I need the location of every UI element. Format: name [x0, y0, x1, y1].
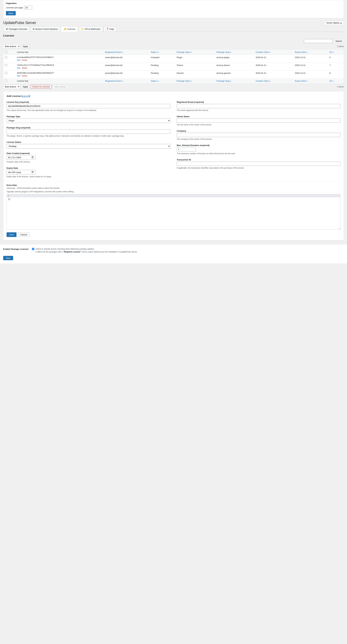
row-package-type-0: Plugin — [175, 55, 215, 63]
col-package-type[interactable]: Package Type — [175, 50, 215, 55]
col-package-slug-footer[interactable]: Package Slug — [215, 78, 254, 84]
col-creation-date[interactable]: Creation Date — [254, 50, 293, 55]
edit-link-0[interactable]: Edit — [17, 59, 20, 61]
input-package-slug[interactable] — [6, 130, 170, 134]
col-email[interactable]: Registered Email — [103, 50, 149, 55]
code-editor-header: 1 — [7, 194, 340, 197]
tab-api[interactable]: ⚡ API & Webhooks — [78, 26, 103, 32]
row-checkbox-1 — [3, 63, 15, 70]
table-row: f4e91cb12c7f375de66a772aaf0810c8 Edit|De… — [3, 63, 344, 70]
input-company[interactable] — [177, 133, 341, 137]
edit-link-2[interactable]: Edit — [17, 75, 20, 77]
extra-data-desc1: Advanced - JSON-formatted custom data to… — [6, 187, 341, 189]
label-max-domains: Max. Allowed Domains (required) — [177, 143, 341, 146]
col-id-footer[interactable]: ID — [328, 78, 344, 84]
tab-vcs[interactable]: ⑆ Version Control Systems — [30, 26, 60, 32]
add-license-button: Add License — [53, 85, 68, 88]
enable-label: Enable Package Licenses — [3, 248, 29, 250]
help-package-slug: The plugin, theme, or generic package sl… — [6, 134, 170, 138]
field-owner-name: Owner Name The full name of the owner of… — [177, 114, 341, 126]
input-registered-email[interactable] — [177, 104, 341, 108]
label-license-status: License Status — [6, 140, 170, 143]
enable-desc2-suffix: license status delivered by this install… — [81, 251, 137, 253]
col-expiry-date[interactable]: Expiry Date — [293, 50, 328, 55]
bulk-apply-top-button[interactable]: Apply — [21, 44, 30, 48]
table-footer-row: License Key Registered Email Status Pack… — [3, 78, 344, 84]
input-expiry-date[interactable] — [6, 170, 35, 174]
field-license-status: License Status Pending Activated Deactiv… — [6, 140, 170, 148]
input-license-key[interactable] — [6, 104, 170, 108]
bulk-apply-bottom-button[interactable]: Apply — [21, 85, 30, 88]
extra-data-title: Extra Data — [6, 184, 341, 186]
input-date-created[interactable] — [6, 155, 35, 160]
extra-data-section: Extra Data Advanced - JSON-formatted cus… — [6, 182, 341, 230]
label-owner-name: Owner Name — [177, 114, 341, 118]
row-license-key-2: 9de0190e132a4e40c904e2502584eb77 Edit|De… — [15, 70, 103, 78]
row-package-type-2: Generic — [175, 70, 215, 78]
extra-data-desc2: Typically used by plugins & API integrat… — [6, 190, 341, 193]
edit-link-1[interactable]: Edit — [17, 67, 20, 69]
pagination-apply-button[interactable]: Apply — [6, 11, 16, 15]
row-license-key-1: f4e91cb12c7f375de66a772aaf0810c8 Edit|De… — [15, 63, 103, 70]
row-select-2[interactable] — [5, 72, 7, 74]
search-button[interactable]: Search — [334, 39, 344, 43]
select-license-status[interactable]: Pending Activated Deactivated Blocked — [6, 144, 170, 148]
input-owner-name[interactable] — [177, 118, 341, 123]
enable-row: Enable Package Licenses Check to activat… — [3, 248, 344, 253]
input-transaction-id[interactable] — [177, 162, 341, 166]
col-expiry-date-footer[interactable]: Expiry Date — [293, 78, 328, 84]
cancel-link[interactable]: cancel — [22, 95, 29, 97]
label-package-type: Package Type — [6, 114, 170, 118]
delete-link-2[interactable]: Delete — [22, 75, 27, 77]
field-registered-email: Registered Email (required) The email re… — [177, 100, 341, 112]
tab-help[interactable]: ❓ Help — [103, 26, 117, 32]
bulk-actions-select-bottom[interactable]: Bulk actions Delete — [3, 85, 20, 89]
search-input[interactable] — [304, 39, 333, 43]
items-count-top: 3 items — [337, 45, 344, 48]
tab-licenses[interactable]: 🔑 Licenses — [61, 26, 78, 32]
label-expiry-date: Expiry Date — [6, 166, 170, 169]
col-status[interactable]: Status — [149, 50, 175, 55]
save-btn-bottom-container: Save — [3, 256, 344, 260]
delete-all-button[interactable]: Delete All Licenses — [31, 85, 52, 88]
screen-options-button[interactable]: Screen Options ▲ — [325, 21, 344, 25]
help-expiry-date: Expiry date of the license. Leave empty … — [6, 175, 170, 178]
packages-icon: ⚙ — [6, 28, 8, 30]
row-license-key-0: ec4a4aab60a35f5774df2a37dc9b01fc Edit|De… — [15, 55, 103, 63]
select-package-type[interactable]: Plugin Theme Generic — [6, 118, 170, 123]
col-status-footer[interactable]: Status — [149, 78, 175, 84]
help-license-key: The unique license key. This auto-genera… — [6, 109, 170, 112]
save-button[interactable]: Save — [6, 232, 16, 237]
col-package-type-footer[interactable]: Package Type — [175, 78, 215, 84]
col-creation-date-footer[interactable]: Creation Date — [254, 78, 293, 84]
cancel-button[interactable]: Cancel — [18, 232, 30, 237]
row-status-1: Pending — [149, 63, 175, 70]
select-all-footer-checkbox[interactable] — [5, 80, 7, 82]
col-license-key: License Key — [15, 50, 103, 55]
form-buttons: Save Cancel — [6, 232, 341, 237]
col-package-slug[interactable]: Package Slug — [215, 50, 254, 55]
col-id[interactable]: ID — [328, 50, 344, 55]
select-all-checkbox[interactable] — [5, 51, 7, 53]
row-creation-date-2: 2025-01-21 — [254, 70, 293, 78]
enable-checkbox[interactable] — [32, 248, 34, 250]
delete-link-0[interactable]: Delete — [22, 59, 27, 61]
row-email-0: owner@domain.tld — [103, 55, 149, 63]
save-bottom-button[interactable]: Save — [3, 256, 13, 260]
delete-link-1[interactable]: Delete — [22, 67, 27, 69]
col-email-footer[interactable]: Registered Email — [103, 78, 149, 84]
form-left-col: License Key (required) The unique licens… — [6, 100, 170, 180]
code-editor-textarea[interactable]: {} — [7, 197, 340, 229]
enable-desc1: Check to activate license checking when … — [35, 248, 137, 250]
pagination-input[interactable] — [24, 6, 32, 10]
tab-packages[interactable]: ⚙ Packages Overview — [3, 26, 30, 32]
row-select-0[interactable] — [5, 56, 7, 58]
row-creation-date-1: 2025-01-21 — [254, 63, 293, 70]
form-grid: License Key (required) The unique licens… — [6, 100, 341, 180]
bulk-actions-select-top[interactable]: Bulk actions Delete — [3, 44, 20, 48]
row-email-1: owner@domain.tld — [103, 63, 149, 70]
row-select-1[interactable] — [5, 64, 7, 66]
tab-api-label: API & Webhooks — [85, 28, 100, 30]
input-max-domains[interactable] — [177, 147, 196, 152]
help-owner-name: The full name of the owner of the licens… — [177, 123, 341, 126]
